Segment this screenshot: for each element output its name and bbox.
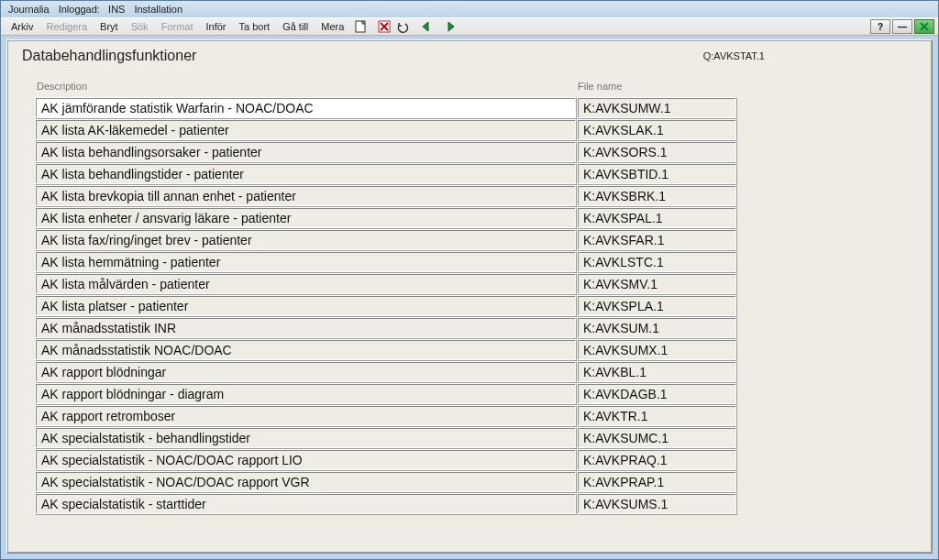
minimize-button[interactable]: — — [892, 19, 912, 34]
new-page-icon[interactable] — [352, 19, 369, 34]
cell-filename[interactable]: K:AVKBL.1 — [577, 361, 737, 383]
table-row[interactable]: AK specialstatistik - NOAC/DOAC rapport … — [35, 471, 921, 493]
cell-description[interactable]: AK månadsstatistik NOAC/DOAC — [35, 339, 577, 361]
undo-icon[interactable] — [394, 19, 411, 34]
cell-filename[interactable]: K:AVKSUM.1 — [577, 317, 737, 339]
cell-filename[interactable]: K:AVKSUMX.1 — [577, 339, 737, 361]
table-row[interactable]: AK lista platser - patienterK:AVKSPLA.1 — [35, 295, 921, 317]
cell-filename[interactable]: K:AVKSPLA.1 — [577, 295, 737, 317]
cell-filename[interactable]: K:AVKSBTID.1 — [577, 163, 737, 185]
page-title: Databehandlingsfunktioner — [22, 48, 196, 64]
app-name: Journalia — [8, 4, 50, 15]
titlebar: Journalia Inloggad: INS Installation — [1, 1, 938, 17]
cell-filename[interactable]: K:AVKDAGB.1 — [577, 383, 737, 405]
cell-description[interactable]: AK lista AK-läkemedel - patienter — [35, 119, 577, 141]
content-panel: Databehandlingsfunktioner Q:AVKSTAT.1 De… — [6, 39, 933, 554]
menu-format[interactable]: Format — [155, 19, 200, 34]
cell-filename[interactable]: K:AVKLSTC.1 — [577, 251, 737, 273]
cell-description[interactable]: AK lista behandlingstider - patienter — [35, 163, 577, 185]
cell-filename[interactable]: K:AVKPRAP.1 — [577, 471, 737, 493]
cell-filename[interactable]: K:AVKSPAL.1 — [577, 207, 737, 229]
env-label: Installation — [134, 4, 182, 15]
table-row[interactable]: AK månadsstatistik INRK:AVKSUM.1 — [35, 317, 921, 339]
table-row[interactable]: AK lista brevkopia till annan enhet - pa… — [35, 185, 921, 207]
cell-description[interactable]: AK lista platser - patienter — [35, 295, 577, 317]
table-row[interactable]: AK lista behandlingsorsaker - patienterK… — [35, 141, 921, 163]
cell-filename[interactable]: K:AVKSFAR.1 — [577, 229, 737, 251]
table-row[interactable]: AK månadsstatistik NOAC/DOACK:AVKSUMX.1 — [35, 339, 921, 361]
menu-arkiv[interactable]: Arkiv — [5, 19, 39, 34]
column-headers: Description File name — [18, 68, 921, 97]
cell-description[interactable]: AK lista brevkopia till annan enhet - pa… — [35, 185, 577, 207]
table-row[interactable]: AK rapport retromboserK:AVKTR.1 — [35, 405, 921, 427]
table-row[interactable]: AK lista målvärden - patienterK:AVKSMV.1 — [35, 273, 921, 295]
cell-description[interactable]: AK lista fax/ring/inget brev - patienter — [35, 229, 577, 251]
status-filename: Q:AVKSTAT.1 — [703, 50, 765, 61]
page-header: Databehandlingsfunktioner Q:AVKSTAT.1 — [18, 46, 921, 68]
cell-description[interactable]: AK lista målvärden - patienter — [35, 273, 577, 295]
table-row[interactable]: AK specialstatistik - behandlingstiderK:… — [35, 427, 921, 449]
data-rows: AK jämförande statistik Warfarin - NOAC/… — [18, 97, 921, 515]
app-window: Journalia Inloggad: INS Installation Ark… — [0, 0, 939, 560]
col-header-filename: File name — [578, 81, 622, 92]
cell-filename[interactable]: K:AVKPRAQ.1 — [577, 449, 737, 471]
table-row[interactable]: AK specialstatistik - starttiderK:AVKSUM… — [35, 493, 921, 515]
cell-description[interactable]: AK lista behandlingsorsaker - patienter — [35, 141, 577, 163]
cell-filename[interactable]: K:AVKSMV.1 — [577, 273, 737, 295]
table-row[interactable]: AK lista hemmätning - patienterK:AVKLSTC… — [35, 251, 921, 273]
close-button[interactable] — [914, 19, 934, 34]
menubar: Arkiv Redigera Bryt Sök Format Inför Ta … — [1, 17, 938, 36]
table-row[interactable]: AK lista fax/ring/inget brev - patienter… — [35, 229, 921, 251]
cell-description[interactable]: AK specialstatistik - behandlingstider — [35, 427, 577, 449]
table-row[interactable]: AK rapport blödningar - diagramK:AVKDAGB… — [35, 383, 921, 405]
table-row[interactable]: AK lista enheter / ansvarig läkare - pat… — [35, 207, 921, 229]
menu-redigera[interactable]: Redigera — [39, 19, 94, 34]
cell-description[interactable]: AK lista hemmätning - patienter — [35, 251, 577, 273]
menu-tabort[interactable]: Ta bort — [232, 19, 276, 34]
menu-mera[interactable]: Mera — [315, 19, 350, 34]
table-row[interactable]: AK rapport blödningarK:AVKBL.1 — [35, 361, 921, 383]
table-row[interactable]: AK jämförande statistik Warfarin - NOAC/… — [35, 97, 921, 119]
cell-description[interactable]: AK jämförande statistik Warfarin - NOAC/… — [35, 97, 577, 119]
cell-description[interactable]: AK lista enheter / ansvarig läkare - pat… — [35, 207, 577, 229]
delete-icon[interactable] — [376, 19, 392, 34]
cell-filename[interactable]: K:AVKSUMW.1 — [577, 97, 737, 119]
help-button[interactable]: ? — [870, 19, 890, 34]
menu-infor[interactable]: Inför — [199, 19, 232, 34]
cell-filename[interactable]: K:AVKTR.1 — [577, 405, 737, 427]
cell-description[interactable]: AK rapport blödningar — [35, 361, 577, 383]
cell-description[interactable]: AK månadsstatistik INR — [35, 317, 577, 339]
cell-filename[interactable]: K:AVKSBRK.1 — [577, 185, 737, 207]
logged-in-label: Inloggad: INS — [59, 4, 126, 15]
table-row[interactable]: AK specialstatistik - NOAC/DOAC rapport … — [35, 449, 921, 471]
cell-filename[interactable]: K:AVKSUMS.1 — [577, 493, 737, 515]
menu-bryt[interactable]: Bryt — [94, 19, 125, 34]
logged-label-text: Inloggad: — [59, 4, 100, 15]
col-header-description: Description — [37, 81, 578, 92]
cell-description[interactable]: AK specialstatistik - NOAC/DOAC rapport … — [35, 449, 577, 471]
cell-description[interactable]: AK rapport retromboser — [35, 405, 577, 427]
cell-description[interactable]: AK specialstatistik - starttider — [35, 493, 577, 515]
cell-description[interactable]: AK specialstatistik - NOAC/DOAC rapport … — [35, 471, 577, 493]
logged-user: INS — [108, 4, 125, 15]
menu-gatill[interactable]: Gå till — [276, 19, 315, 34]
cell-description[interactable]: AK rapport blödningar - diagram — [35, 383, 577, 405]
cell-filename[interactable]: K:AVKSORS.1 — [577, 141, 737, 163]
cell-filename[interactable]: K:AVKSLAK.1 — [577, 119, 737, 141]
table-row[interactable]: AK lista AK-läkemedel - patienterK:AVKSL… — [35, 119, 921, 141]
nav-back-icon[interactable] — [418, 19, 435, 34]
table-row[interactable]: AK lista behandlingstider - patienterK:A… — [35, 163, 921, 185]
cell-filename[interactable]: K:AVKSUMC.1 — [577, 427, 737, 449]
menu-sok[interactable]: Sök — [125, 19, 155, 34]
window-controls: ? — — [870, 19, 934, 34]
nav-forward-icon[interactable] — [442, 19, 458, 34]
